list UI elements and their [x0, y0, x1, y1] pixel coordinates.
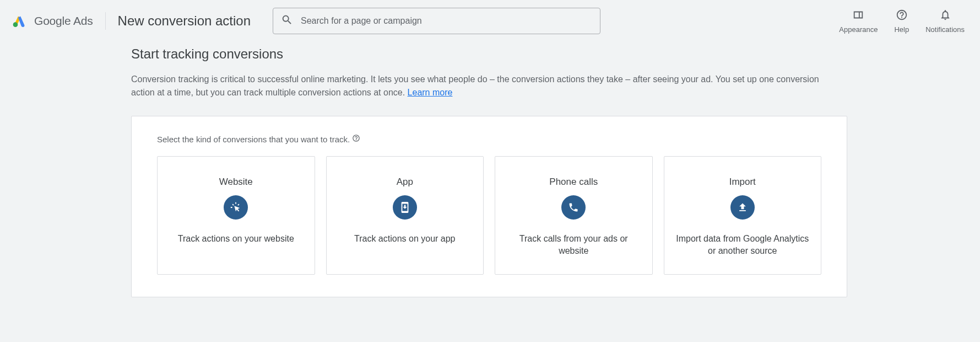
header-divider: [105, 12, 106, 30]
cursor-click-icon: [224, 195, 248, 220]
appearance-icon: [852, 9, 864, 23]
phone-icon: [561, 195, 586, 220]
option-description: Track calls from your ads or website: [506, 233, 641, 258]
bell-icon: [939, 9, 951, 23]
option-description: Import data from Google Analytics or ano…: [675, 233, 810, 258]
appearance-button[interactable]: Appearance: [839, 9, 878, 34]
main-content: Start tracking conversions Conversion tr…: [0, 42, 848, 297]
option-title: Phone calls: [549, 177, 598, 188]
conversion-type-panel: Select the kind of conversions that you …: [131, 116, 847, 297]
option-title: App: [397, 177, 413, 188]
help-label: Help: [894, 25, 909, 34]
prompt-text: Select the kind of conversions that you …: [157, 135, 350, 144]
google-ads-logo-icon: [12, 13, 26, 29]
learn-more-link[interactable]: Learn more: [408, 88, 453, 97]
search-icon: [281, 14, 293, 28]
option-title: Website: [219, 177, 253, 188]
logo-text: Google Ads: [34, 14, 93, 28]
search-input[interactable]: [301, 16, 592, 26]
help-icon: [896, 9, 908, 23]
option-website[interactable]: Website Track actions on your website: [157, 156, 315, 275]
options-grid: Website Track actions on your website Ap…: [157, 156, 821, 275]
option-app[interactable]: App Track actions on your app: [326, 156, 484, 275]
header: Google Ads New conversion action Appeara…: [0, 0, 980, 42]
option-phone-calls[interactable]: Phone calls Track calls from your ads or…: [495, 156, 653, 275]
section-description: Conversion tracking is critical to succe…: [131, 73, 831, 99]
section-title: Start tracking conversions: [131, 46, 848, 62]
help-button[interactable]: Help: [894, 9, 909, 34]
search-box[interactable]: [273, 8, 600, 34]
notifications-button[interactable]: Notifications: [925, 9, 965, 34]
option-description: Track actions on your app: [354, 233, 456, 245]
upload-icon: [730, 195, 755, 220]
option-title: Import: [729, 177, 756, 188]
notifications-label: Notifications: [925, 25, 965, 34]
card-prompt: Select the kind of conversions that you …: [157, 134, 821, 144]
option-description: Track actions on your website: [178, 233, 294, 245]
logo-section: Google Ads: [12, 13, 93, 29]
help-tooltip-icon[interactable]: [352, 134, 360, 144]
phone-download-icon: [393, 195, 417, 220]
svg-point-0: [13, 22, 18, 27]
search-container: [273, 8, 830, 34]
header-actions: Appearance Help Notifications: [839, 9, 968, 34]
appearance-label: Appearance: [839, 25, 878, 34]
page-title: New conversion action: [118, 13, 251, 29]
option-import[interactable]: Import Import data from Google Analytics…: [664, 156, 822, 275]
